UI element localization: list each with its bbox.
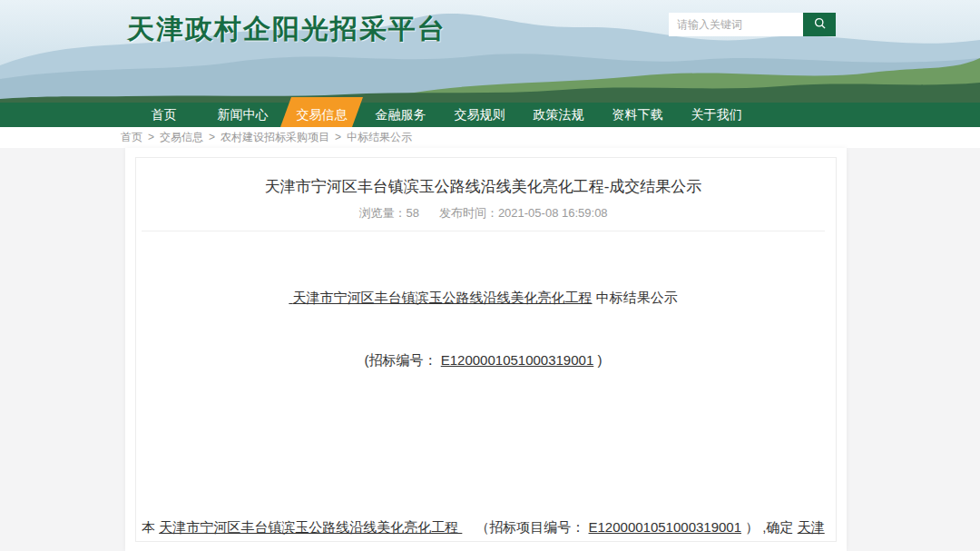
main-nav: 首页 新闻中心 交易信息 金融服务 交易规则 政策法规 资料下载 关于我们	[0, 103, 980, 127]
header-banner: 天津政村企阳光招采平台	[0, 0, 980, 103]
search-input[interactable]	[669, 13, 803, 36]
project-name-link: 天津市宁河区丰台镇滨玉公路线沿线美化亮化工程	[159, 519, 462, 535]
breadcrumb: 首页>交易信息>农村建设招标采购项目>中标结果公示	[0, 127, 980, 148]
publish-time: 2021-05-08 16:59:08	[498, 206, 608, 220]
nav-item-policy[interactable]: 政策法规	[519, 103, 598, 127]
site-title: 天津政村企阳光招采平台	[127, 11, 446, 48]
paragraph-text: ） ,确定	[741, 519, 798, 535]
paragraph-text: 的中标人如下：	[318, 540, 417, 542]
nav-item-news[interactable]: 新闻中心	[203, 103, 282, 127]
bid-number-label: (招标编号：	[365, 352, 441, 368]
breadcrumb-trade-info[interactable]: 交易信息	[160, 131, 203, 143]
search-button[interactable]	[803, 13, 836, 36]
doc-heading-project-name: 天津市宁河区丰台镇滨玉公路线沿线美化亮化工程	[289, 290, 592, 305]
breadcrumb-rural-projects[interactable]: 农村建设招标采购项目	[220, 131, 329, 143]
doc-heading-suffix: 中标结果公示	[593, 290, 678, 305]
document-body: 天津市宁河区丰台镇滨玉公路线沿线美化亮化工程 中标结果公示 (招标编号： E12…	[142, 245, 825, 542]
views-count: 58	[406, 206, 418, 220]
breadcrumb-home[interactable]: 首页	[121, 131, 142, 143]
breadcrumb-separator: >	[335, 131, 341, 143]
breadcrumb-separator: >	[148, 131, 154, 143]
search-bar	[669, 13, 836, 36]
page-title: 天津市宁河区丰台镇滨玉公路线沿线美化亮化工程-成交结果公示	[142, 176, 825, 197]
nav-item-trade-rules[interactable]: 交易规则	[440, 103, 519, 127]
nav-item-finance[interactable]: 金融服务	[361, 103, 440, 127]
project-number-link: E1200001051000319001	[589, 519, 742, 535]
content-panel: 天津市宁河区丰台镇滨玉公路线沿线美化亮化工程-成交结果公示 浏览量：58发布时间…	[125, 148, 847, 551]
nav-item-about[interactable]: 关于我们	[677, 103, 756, 127]
bid-number-close: )	[593, 352, 602, 368]
nav-item-downloads[interactable]: 资料下载	[598, 103, 677, 127]
nav-item-home[interactable]: 首页	[124, 103, 203, 127]
views-label: 浏览量：	[358, 206, 406, 220]
nav-item-trade-info[interactable]: 交易信息	[282, 103, 361, 127]
content-panel-inner: 天津市宁河区丰台镇滨玉公路线沿线美化亮化工程-成交结果公示 浏览量：58发布时间…	[135, 157, 837, 542]
paragraph-text: 本	[142, 519, 159, 535]
breadcrumb-separator: >	[209, 131, 215, 143]
doc-heading-line1: 天津市宁河区丰台镇滨玉公路线沿线美化亮化工程 中标结果公示	[142, 287, 825, 308]
doc-paragraph: 本 天津市宁河区丰台镇滨玉公路线沿线美化亮化工程 （招标项目编号： E12000…	[142, 517, 825, 542]
bid-number: E1200001051000319001	[441, 352, 594, 368]
blank-line	[142, 433, 825, 454]
paragraph-text: （招标项目编号：	[462, 519, 588, 535]
publish-time-label: 发布时间：	[439, 206, 498, 220]
meta-divider	[142, 231, 825, 231]
search-icon	[813, 16, 827, 33]
doc-heading-line2: (招标编号： E1200001051000319001 )	[142, 349, 825, 370]
breadcrumb-result-notice[interactable]: 中标结果公示	[347, 131, 412, 143]
article-meta: 浏览量：58发布时间：2021-05-08 16:59:08	[142, 205, 825, 221]
